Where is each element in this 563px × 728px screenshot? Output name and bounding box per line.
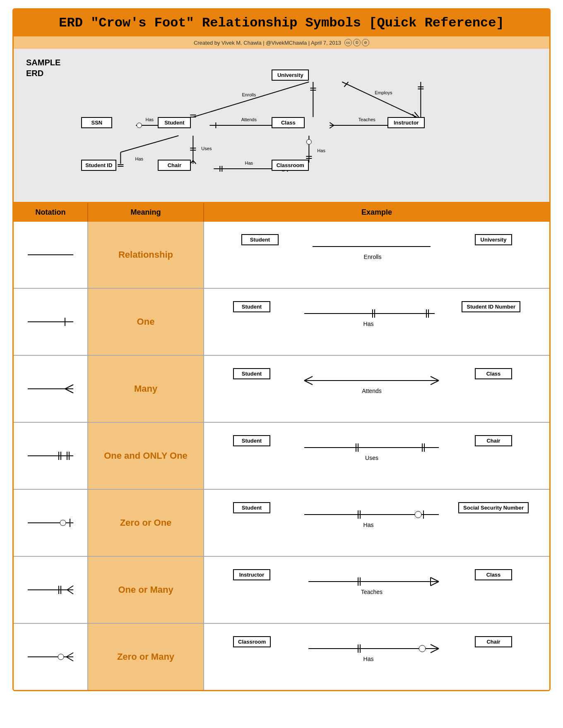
header-notation: Notation bbox=[14, 203, 88, 222]
entity-classroom: Classroom bbox=[272, 160, 309, 171]
example-one-only-diagram: Student Chair Uses bbox=[208, 427, 545, 485]
svg-line-116 bbox=[431, 649, 439, 653]
notation-one bbox=[14, 289, 88, 355]
example-one-svg: Has bbox=[208, 293, 545, 351]
meaning-one-only: One and ONLY One bbox=[88, 423, 204, 489]
credit-text: Created by Vivek M. Chawla | @VivekMChaw… bbox=[194, 40, 341, 46]
meaning-zero-one: Zero or One bbox=[88, 490, 204, 556]
example-zero-many-diagram: Classroom Chair Has bbox=[208, 628, 545, 686]
example-one-many-diagram: Instructor Class Teaches bbox=[208, 561, 545, 619]
svg-point-1 bbox=[137, 123, 142, 128]
meaning-many: Many bbox=[88, 356, 204, 422]
erd-canvas: Has Has bbox=[69, 57, 537, 189]
main-title: ERD "Crow's Foot" Relationship Symbols [… bbox=[22, 15, 541, 31]
credit-bar: Created by Vivek M. Chawla | @VivekMChaw… bbox=[14, 36, 549, 49]
svg-point-47 bbox=[307, 139, 312, 144]
example-zero-one: Student Social Security Number Has bbox=[204, 490, 549, 556]
example-one-diagram: Student Student ID Number Has bbox=[208, 293, 545, 351]
meaning-zero-many-text: Zero or Many bbox=[117, 651, 174, 662]
row-zero-many: Zero or Many Classroom Chair H bbox=[14, 624, 549, 690]
svg-text:Has: Has bbox=[135, 156, 144, 161]
row-one-only: One and ONLY One Student Chair Uses bbox=[14, 423, 549, 490]
svg-line-38 bbox=[415, 112, 419, 117]
example-many: Student Class Attends bbox=[204, 356, 549, 422]
meaning-one: One bbox=[88, 289, 204, 355]
notation-many bbox=[14, 356, 88, 422]
svg-text:Uses: Uses bbox=[202, 146, 212, 151]
svg-text:Has: Has bbox=[363, 321, 374, 327]
example-one: Student Student ID Number Has bbox=[204, 289, 549, 355]
notation-relationship bbox=[14, 222, 88, 288]
svg-line-99 bbox=[67, 590, 73, 594]
row-one-many: One or Many Instructor Class Teaches bbox=[14, 557, 549, 624]
notation-one-many bbox=[14, 557, 88, 623]
svg-line-29 bbox=[193, 82, 309, 117]
notation-one-many-svg bbox=[24, 580, 77, 600]
meaning-relationship-text: Relationship bbox=[118, 249, 173, 260]
svg-text:Attends: Attends bbox=[241, 117, 257, 122]
svg-text:Enrolls: Enrolls bbox=[364, 254, 382, 260]
entity-student: Student bbox=[158, 117, 191, 128]
meaning-many-text: Many bbox=[134, 383, 157, 394]
svg-text:Has: Has bbox=[363, 522, 374, 528]
svg-text:Has: Has bbox=[146, 117, 154, 122]
meaning-zero-one-text: Zero or One bbox=[120, 517, 172, 528]
example-one-only-svg: Uses bbox=[208, 427, 545, 485]
notation-zero-many bbox=[14, 624, 88, 690]
example-zero-one-diagram: Student Social Security Number Has bbox=[208, 494, 545, 552]
svg-line-5 bbox=[121, 136, 179, 152]
notation-one-svg bbox=[24, 311, 77, 332]
svg-text:Attends: Attends bbox=[362, 388, 381, 394]
notation-zero-one-svg bbox=[24, 512, 77, 533]
notation-many-svg bbox=[24, 378, 77, 399]
svg-point-87 bbox=[60, 520, 66, 526]
meaning-one-text: One bbox=[137, 316, 155, 327]
entity-university: University bbox=[272, 69, 309, 81]
notation-one-only bbox=[14, 423, 88, 489]
reference-table: Notation Meaning Example Relationship St… bbox=[14, 202, 549, 690]
svg-line-72 bbox=[431, 376, 439, 381]
table-header: Notation Meaning Example bbox=[14, 203, 549, 222]
svg-line-66 bbox=[65, 385, 73, 389]
meaning-one-many-text: One or Many bbox=[118, 584, 173, 595]
notation-zero-one bbox=[14, 490, 88, 556]
entity-class: Class bbox=[272, 117, 305, 128]
row-one: One Student Student ID Number Has bbox=[14, 289, 549, 356]
notation-relationship-svg bbox=[24, 244, 77, 265]
example-relationship-svg: Enrolls bbox=[208, 226, 545, 284]
example-one-many-svg: Teaches bbox=[208, 561, 545, 619]
svg-text:Has: Has bbox=[318, 148, 326, 153]
svg-text:Enrolls: Enrolls bbox=[242, 92, 256, 97]
example-one-many: Instructor Class Teaches bbox=[204, 557, 549, 623]
svg-line-109 bbox=[66, 653, 73, 657]
entity-chair: Chair bbox=[158, 160, 191, 171]
svg-text:Teaches: Teaches bbox=[358, 117, 375, 122]
svg-line-42 bbox=[330, 125, 334, 128]
example-relationship: Student University Enrolls bbox=[204, 222, 549, 288]
svg-line-41 bbox=[330, 122, 334, 125]
svg-line-71 bbox=[304, 381, 313, 385]
svg-line-73 bbox=[431, 381, 439, 385]
example-zero-many-svg: Has bbox=[208, 628, 545, 686]
by-icon: ① bbox=[353, 39, 361, 46]
entity-ssn: SSN bbox=[81, 117, 112, 128]
row-zero-one: Zero or One Student Social Security Numb… bbox=[14, 490, 549, 557]
svg-point-114 bbox=[419, 645, 426, 652]
main-container: ERD "Crow's Foot" Relationship Symbols [… bbox=[12, 8, 551, 691]
entity-student-id: Student ID bbox=[81, 160, 116, 171]
meaning-one-only-text: One and ONLY One bbox=[104, 450, 188, 461]
svg-line-70 bbox=[304, 376, 313, 381]
header-meaning: Meaning bbox=[88, 203, 204, 222]
svg-line-103 bbox=[431, 577, 439, 582]
meaning-one-many: One or Many bbox=[88, 557, 204, 623]
example-relationship-diagram: Student University Enrolls bbox=[208, 226, 545, 284]
svg-line-20 bbox=[193, 160, 196, 164]
notation-one-only-svg bbox=[24, 445, 77, 466]
svg-point-108 bbox=[58, 654, 64, 660]
example-zero-one-svg: Has bbox=[208, 494, 545, 552]
svg-text:Has: Has bbox=[245, 160, 253, 165]
entity-instructor: Instructor bbox=[387, 117, 425, 128]
row-relationship: Relationship Student University Enrolls bbox=[14, 222, 549, 289]
meaning-zero-many: Zero or Many bbox=[88, 624, 204, 690]
svg-line-68 bbox=[65, 389, 73, 393]
